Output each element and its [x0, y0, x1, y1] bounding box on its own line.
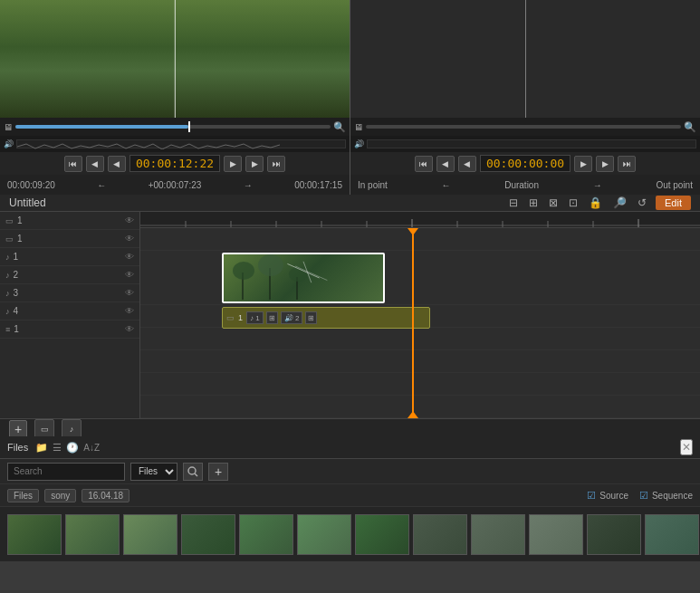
right-play-back-btn[interactable]: ◀: [458, 156, 476, 172]
tag-sony[interactable]: sony: [44, 489, 76, 502]
history-icon[interactable]: ↺: [636, 195, 648, 211]
eye-a3[interactable]: 👁: [125, 288, 134, 298]
svg-point-22: [188, 467, 196, 474]
track-row-a1[interactable]: ▭ 1 ♪ 1 ⊞ 🔊 2 ⊞: [140, 305, 700, 328]
svg-line-23: [195, 473, 197, 476]
track-row-s1[interactable]: [140, 396, 700, 418]
track-row-v2[interactable]: [140, 251, 700, 305]
right-waveform-area: 🔊: [350, 136, 700, 152]
left-scrubber-track[interactable]: [15, 125, 331, 129]
right-arrow-left: ←: [442, 180, 451, 190]
sort-az-icon[interactable]: A↓Z: [83, 443, 100, 453]
left-scrubber-area[interactable]: 🖥 🔍: [0, 118, 350, 136]
audio-ctrl-4[interactable]: ⊞: [305, 311, 317, 324]
right-step-back-btn[interactable]: ◀: [436, 156, 455, 172]
add-file-button[interactable]: +: [208, 463, 228, 481]
left-step-back-btn[interactable]: ◀: [86, 156, 104, 172]
audio-clip-a1[interactable]: ▭ 1 ♪ 1 ⊞ 🔊 2 ⊞: [222, 307, 430, 329]
thumbnail-4[interactable]: [181, 514, 235, 555]
track-row-a3[interactable]: [140, 350, 700, 373]
svg-line-21: [295, 266, 327, 281]
clip-preview: [224, 254, 383, 301]
add-track-button[interactable]: +: [9, 420, 27, 438]
track-label-v2: ▭ 1 👁: [0, 230, 139, 248]
track-num-a3: 3: [14, 288, 24, 298]
track-label-a3: ♪ 3 👁: [0, 284, 139, 302]
tag-files[interactable]: Files: [7, 489, 39, 502]
right-scrubber-area[interactable]: 🖥 🔍: [350, 118, 700, 136]
clock-icon[interactable]: 🕐: [66, 442, 79, 454]
left-arrow-right: →: [244, 180, 253, 190]
roll-icon[interactable]: ⊠: [547, 195, 560, 211]
audio-clip-controls[interactable]: ♪ 1 ⊞ 🔊 2 ⊞: [246, 311, 317, 324]
lock-icon[interactable]: 🔒: [587, 195, 604, 211]
left-play-btn[interactable]: ▶: [224, 156, 242, 172]
thumbnail-11[interactable]: [587, 514, 641, 555]
files-source-row: Files sony 16.04.18 ☑ Source ☑ Sequence: [0, 484, 700, 507]
eye-s1[interactable]: 👁: [125, 324, 134, 334]
sequence-label: Sequence: [652, 491, 693, 501]
track-num-a1: 1: [14, 252, 24, 262]
list-icon[interactable]: ☰: [53, 442, 62, 454]
thumbnail-12[interactable]: [645, 514, 699, 555]
snap-icon[interactable]: ⊟: [507, 195, 520, 211]
right-zoom-icon[interactable]: 🔍: [684, 121, 696, 133]
edit-button[interactable]: Edit: [656, 196, 691, 210]
zoom-fit-icon[interactable]: 🔎: [611, 195, 628, 211]
left-arrow-left: ←: [97, 180, 106, 190]
eye-a1[interactable]: 👁: [125, 252, 134, 262]
right-next-btn[interactable]: ⏭: [618, 156, 636, 172]
files-close-button[interactable]: ✕: [680, 439, 693, 455]
tag-date[interactable]: 16.04.18: [82, 489, 129, 502]
video-clip-v2[interactable]: [222, 253, 385, 303]
source-checkbox-label[interactable]: ☑ Source: [587, 490, 628, 502]
left-prev-btn[interactable]: ⏮: [64, 156, 82, 172]
thumbnail-10[interactable]: [529, 514, 583, 555]
track-label-a4: ♪ 4 👁: [0, 302, 139, 320]
eye-a2[interactable]: 👁: [125, 270, 134, 280]
thumbnail-2[interactable]: [65, 514, 120, 555]
track-row-a2[interactable]: [140, 328, 700, 350]
left-info-row: 00:00:09:20 ← +00:00:07:23 → 00:00:17:15: [0, 175, 350, 195]
track-num-a2: 2: [14, 270, 24, 280]
search-button[interactable]: [183, 463, 203, 481]
files-header-icons: 📁 ☰ 🕐 A↓Z: [35, 442, 100, 454]
thumbnail-3[interactable]: [123, 514, 177, 555]
right-duration-label: Duration: [504, 180, 539, 190]
right-arrow-right: →: [593, 180, 602, 190]
ripple-icon[interactable]: ⊞: [527, 195, 540, 211]
left-step-fwd-btn[interactable]: ▶: [245, 156, 264, 172]
slip-icon[interactable]: ⊡: [567, 195, 580, 211]
left-zoom-icon[interactable]: 🔍: [333, 121, 346, 133]
sequence-checkbox-label[interactable]: ☑ Sequence: [639, 490, 693, 502]
right-play-btn[interactable]: ▶: [574, 156, 592, 172]
thumbnail-5[interactable]: [239, 514, 293, 555]
eye-v2[interactable]: 👁: [125, 234, 134, 244]
audio-ctrl-3[interactable]: 🔊 2: [281, 311, 303, 324]
eye-a4[interactable]: 👁: [125, 306, 134, 316]
folder-icon[interactable]: 📁: [35, 442, 48, 454]
timeline-tracks[interactable]: ▭ 1 ♪ 1 ⊞ 🔊 2 ⊞: [140, 212, 700, 418]
audio-clip-num: 1: [238, 313, 243, 322]
right-prev-btn[interactable]: ⏮: [415, 156, 433, 172]
left-monitor-icon: 🖥: [4, 122, 13, 132]
timeline-header: Untitled ⊟ ⊞ ⊠ ⊡ 🔒 🔎 ↺ Edit: [0, 195, 700, 212]
right-step-fwd-btn[interactable]: ▶: [596, 156, 614, 172]
audio-ctrl-1[interactable]: ♪ 1: [246, 311, 264, 324]
thumbnail-7[interactable]: [355, 514, 409, 555]
thumbnail-9[interactable]: [471, 514, 525, 555]
track-row-a4[interactable]: [140, 373, 700, 396]
track-row-v1[interactable]: [140, 228, 700, 251]
right-scrubber-track[interactable]: [366, 125, 681, 129]
left-next-btn[interactable]: ⏭: [267, 156, 285, 172]
left-play-back-btn[interactable]: ◀: [108, 156, 126, 172]
search-input[interactable]: [7, 463, 125, 481]
thumbnail-6[interactable]: [297, 514, 351, 555]
files-dropdown[interactable]: Files: [130, 463, 177, 481]
thumbnail-8[interactable]: [413, 514, 467, 555]
audio-ctrl-2[interactable]: ⊞: [266, 311, 278, 324]
thumbnail-1[interactable]: [7, 514, 62, 555]
eye-v1[interactable]: 👁: [125, 215, 134, 225]
right-info-row: In point ← Duration → Out point: [350, 175, 700, 195]
right-in-point-label: In point: [358, 180, 388, 190]
